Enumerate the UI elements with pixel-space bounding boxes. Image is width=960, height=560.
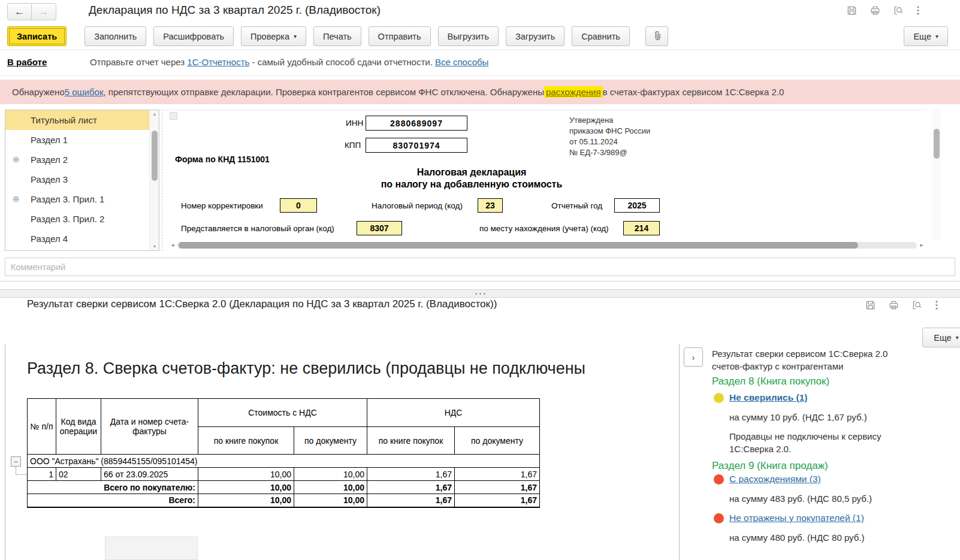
inn-field[interactable]: 2880689097 — [366, 116, 467, 131]
form-horizontal-scrollbar[interactable]: ◄ ► — [169, 241, 925, 250]
sidebar-item-section2[interactable]: ⊕Раздел 2 — [5, 150, 149, 169]
cell-vat-book[interactable]: 1,67 — [367, 468, 455, 481]
sidebar-scrollbar[interactable]: ▲ ▼ — [149, 110, 159, 250]
clipped-header-icon[interactable]: ⋮ — [956, 6, 960, 16]
reporting-service-link[interactable]: 1С-Отчетность — [187, 57, 249, 67]
banner-text: Обнаружено — [12, 87, 65, 97]
panel-collapse-button[interactable]: › — [684, 347, 703, 367]
section8-note-line2: 1С:Сверка 2.0. — [729, 444, 791, 454]
location-label: по месту нахождения (учета) (код) — [479, 224, 609, 233]
chevron-down-icon: ▾ — [935, 33, 938, 40]
kpp-field[interactable]: 830701974 — [366, 138, 467, 153]
back-button[interactable]: ← — [7, 3, 32, 20]
banner-text: , препятствующих отправке декларации. Пр… — [104, 87, 544, 97]
sidebar-scrollbar-thumb[interactable] — [152, 131, 158, 181]
report-state-link[interactable]: В работе — [7, 57, 47, 67]
not-verified-link[interactable]: Не сверились (1) — [729, 392, 807, 403]
save-icon[interactable] — [865, 299, 876, 311]
chevron-right-icon: › — [692, 352, 695, 362]
window-splitter[interactable] — [0, 289, 960, 298]
sidebar-item-section3-app1[interactable]: ⊕Раздел 3. Прил. 1 — [5, 189, 149, 209]
red-status-icon — [714, 513, 724, 523]
status-message: Отправьте отчет через 1С-Отчетность - са… — [90, 57, 488, 67]
status-text: Отправьте отчет через — [90, 57, 187, 67]
report-frame-border — [5, 344, 5, 560]
cell-cost-book[interactable]: 10,00 — [198, 468, 294, 481]
print-icon[interactable] — [870, 5, 881, 16]
tree-line — [16, 474, 27, 475]
total-buyer-vat-doc: 1,67 — [455, 481, 540, 494]
sidebar-item-section4[interactable]: Раздел 4 — [5, 229, 149, 249]
not-reflected-link[interactable]: Не отражены у покупателей (1) — [729, 513, 864, 523]
red-status-icon — [714, 474, 724, 485]
comment-input[interactable] — [5, 258, 955, 276]
approved-line: от 05.11.2024 — [569, 137, 650, 147]
send-button[interactable]: Отправить — [369, 26, 431, 46]
form-vertical-scrollbar[interactable] — [932, 110, 941, 240]
scroll-up-icon[interactable]: ▲ — [150, 112, 159, 116]
location-field[interactable]: 214 — [623, 221, 660, 235]
search-preview-icon[interactable] — [893, 5, 904, 16]
with-discrepancies-link[interactable]: С расхождениями (3) — [729, 474, 821, 485]
col-header-cost-doc: по документу — [294, 427, 367, 455]
errors-count-link[interactable]: 5 ошибок — [65, 87, 104, 97]
check-button[interactable]: Проверка▾ — [241, 26, 306, 46]
more-button-window1[interactable]: Еще▾ — [904, 26, 948, 46]
forward-button[interactable]: → — [32, 3, 56, 20]
col-header-opcode: Код вида операции — [56, 399, 101, 455]
compare-button[interactable]: Сравнить — [572, 26, 630, 46]
more-dots-icon[interactable] — [935, 299, 938, 311]
sidebar-item-label: Титульный лист — [31, 115, 97, 125]
cell-opcode[interactable]: 02 — [56, 468, 101, 481]
more-button-label: Еще — [913, 32, 931, 41]
form-vscroll-thumb[interactable] — [934, 129, 940, 159]
import-button[interactable]: Загрузить — [506, 26, 564, 46]
status-row: В работе Отправьте отчет через 1С-Отчетн… — [7, 57, 960, 67]
scroll-left-icon[interactable]: ◄ — [170, 243, 175, 248]
scroll-right-icon[interactable]: ► — [919, 243, 924, 248]
collapse-group-icon[interactable]: − — [11, 456, 21, 467]
all-methods-link[interactable]: Все способы — [435, 57, 488, 67]
grand-total-label: Всего: — [28, 494, 198, 507]
sidebar-item-section3-app2[interactable]: Раздел 3. Прил. 2 — [5, 209, 149, 229]
save-button[interactable]: Записать — [7, 26, 67, 46]
more-dots-icon[interactable] — [916, 5, 920, 16]
approved-line: № ЕД-7-3/989@ — [569, 147, 650, 158]
expand-icon[interactable]: ⊕ — [13, 155, 20, 164]
save-icon[interactable] — [846, 5, 858, 16]
year-field[interactable]: 2025 — [614, 198, 660, 213]
attachment-button[interactable] — [645, 26, 668, 46]
fill-button[interactable]: Заполнить — [84, 26, 146, 46]
next-section-placeholder — [105, 537, 198, 560]
print-icon[interactable] — [888, 299, 899, 311]
discrepancies-link[interactable]: расхождения — [544, 86, 603, 98]
search-preview-icon[interactable] — [911, 299, 923, 311]
cell-cost-doc[interactable]: 10,00 — [294, 468, 367, 481]
period-field[interactable]: 23 — [478, 198, 503, 213]
correction-field[interactable]: 0 — [280, 198, 317, 213]
total-buyer-cost-book: 10,00 — [198, 481, 294, 494]
back-arrow-icon: ← — [14, 6, 25, 18]
sidebar-item-section1[interactable]: Раздел 1 — [5, 130, 149, 150]
cell-num[interactable]: 1 — [28, 468, 56, 481]
panel-header: Результат сверки сервисом 1С:Сверка 2.0 … — [712, 347, 887, 373]
form-hscroll-thumb[interactable] — [179, 242, 858, 249]
expand-icon[interactable]: ⊕ — [13, 194, 20, 204]
sidebar-form-splitter[interactable] — [162, 110, 162, 251]
group-row-counterparty[interactable]: ООО "Астрахань" (8859445155/095101454) — [28, 455, 540, 468]
sidebar-item-section3[interactable]: Раздел 3 — [5, 169, 149, 189]
chevron-down-icon: ▾ — [294, 33, 297, 40]
export-button[interactable]: Выгрузить — [438, 26, 499, 46]
scroll-down-icon[interactable]: ▼ — [150, 244, 159, 249]
print-button[interactable]: Печать — [313, 26, 361, 46]
cell-vat-doc[interactable]: 1,67 — [455, 468, 540, 481]
decrypt-button[interactable]: Расшифровать — [153, 26, 234, 46]
sidebar-item-title-page[interactable]: Титульный лист — [5, 110, 149, 130]
clipped-header-icon[interactable]: ⋮ — [956, 301, 960, 311]
cell-invoice[interactable]: 66 от 23.09.2025 — [101, 468, 198, 481]
table-row[interactable]: 1 02 66 от 23.09.2025 10,00 10,00 1,67 1… — [28, 468, 540, 481]
authority-field[interactable]: 8307 — [357, 221, 402, 235]
error-banner: Обнаружено 5 ошибок, препятствующих отпр… — [0, 80, 960, 104]
declaration-form: ИНН 2880689097 КПП 830701974 Форма по КН… — [163, 110, 926, 241]
more-button-window2[interactable]: Еще▾ — [922, 328, 960, 347]
